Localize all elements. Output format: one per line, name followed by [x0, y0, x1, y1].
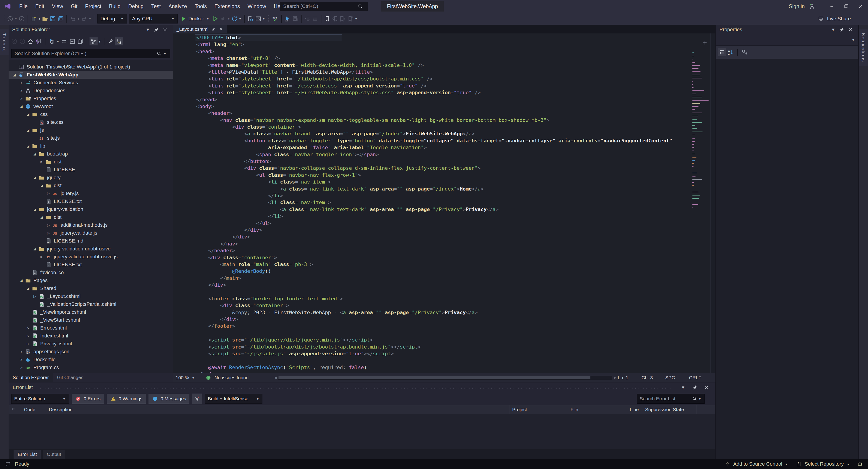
save-all-icon[interactable] [57, 14, 64, 24]
tree-item-properties[interactable]: ▷Properties [8, 94, 173, 102]
se-forward-icon[interactable] [19, 37, 26, 45]
nav-forward-icon[interactable] [18, 14, 26, 24]
se-back-icon[interactable] [10, 37, 18, 45]
tree-item-connected-services[interactable]: ▷Connected Services [8, 79, 173, 87]
horizontal-scrollbar[interactable]: ◀ ▶ [273, 376, 618, 380]
menu-project[interactable]: Project [81, 2, 105, 11]
collapsed-arrow-icon[interactable]: ▷ [45, 231, 52, 235]
expanded-arrow-icon[interactable]: ◢ [32, 176, 38, 180]
expanded-arrow-icon[interactable]: ◢ [11, 73, 18, 77]
code-line-10[interactable]: </head> [196, 96, 710, 103]
code-line-39[interactable]: <footer class="border-top footer text-mu… [196, 295, 710, 302]
solution-explorer-search-box[interactable]: Search Solution Explorer (Ctrl+;) ▾ [11, 49, 170, 58]
code-line-2[interactable]: <html lang="en"> [196, 41, 710, 48]
code-line-21[interactable]: <ul class="navbar-nav flex-grow-1"> [196, 172, 710, 179]
collapsed-arrow-icon[interactable]: ▷ [25, 342, 31, 346]
spaces-indicator[interactable]: SPC [665, 375, 689, 380]
tree-item-firstwebsite-webapp[interactable]: ◢FirstWebSite.WebApp [8, 71, 173, 79]
warnings-filter-button[interactable]: 0 Warnings [107, 394, 146, 404]
menu-edit[interactable]: Edit [31, 2, 48, 11]
bookmark-clear-icon[interactable] [346, 14, 354, 24]
live-share-button[interactable]: Live Share [817, 13, 851, 25]
tree-item-jquery-js[interactable]: ▷JSjquery.js [8, 189, 173, 197]
collapsed-arrow-icon[interactable]: ▷ [45, 223, 52, 227]
column-header-line[interactable]: Line [627, 405, 643, 414]
column-header-code[interactable]: Code [21, 405, 46, 414]
save-icon[interactable] [49, 14, 57, 24]
code-line-5[interactable]: <meta name="viewport" content="width=dev… [196, 62, 710, 69]
tree-item-bootstrap[interactable]: ◢bootstrap [8, 150, 173, 158]
code-line-4[interactable]: <meta charset="utf-8" /> [196, 55, 710, 62]
spell-check-icon[interactable]: abc [272, 14, 279, 24]
expanded-arrow-icon[interactable]: ◢ [18, 278, 24, 283]
tree-item-shared[interactable]: ◢Shared [8, 284, 173, 292]
menu-build[interactable]: Build [105, 2, 124, 11]
collapsed-arrow-icon[interactable]: ▷ [45, 191, 52, 195]
filter-icon[interactable] [192, 394, 202, 404]
expanded-arrow-icon[interactable]: ◢ [32, 247, 38, 251]
toolbar-grip[interactable] [3, 15, 5, 23]
dropdown-caret-icon[interactable]: ▾ [227, 16, 230, 21]
categorized-icon[interactable] [718, 49, 726, 56]
code-line-23[interactable]: <a class="nav-link text-dark" asp-area="… [196, 186, 710, 192]
close-icon[interactable] [846, 26, 855, 33]
tab-error-list[interactable]: Error List [13, 450, 41, 459]
zoom-selector[interactable]: 100 % ▾ [176, 375, 199, 380]
code-line-26[interactable]: <a class="nav-link text-dark" asp-area="… [196, 206, 710, 213]
menu-debug[interactable]: Debug [124, 2, 147, 11]
property-pages-icon[interactable] [741, 49, 748, 56]
expanded-arrow-icon[interactable]: ◢ [32, 152, 38, 156]
code-line-8[interactable]: <link rel="stylesheet" href="~/css/site.… [196, 83, 710, 89]
error-list-body[interactable] [8, 414, 715, 449]
error-list-search-box[interactable]: Search Error List ▾ [637, 394, 705, 404]
close-icon[interactable] [161, 26, 169, 33]
tree-item-viewstart-cshtml[interactable]: _ViewStart.cshtml [8, 316, 173, 324]
column-header-suppression-state[interactable]: Suppression State [643, 405, 697, 414]
search-options-caret-icon[interactable]: ▾ [163, 51, 167, 56]
editor-tab-layout-cshtml[interactable]: _Layout.cshtml [173, 25, 227, 33]
properties-object-dropdown[interactable]: ▾ [716, 34, 858, 46]
code-line-7[interactable]: <link rel="stylesheet" href="~/lib/boots… [196, 75, 710, 82]
add-to-source-control-button[interactable]: Add to Source Control ▴ [723, 460, 789, 468]
tree-item-favicon-ico[interactable]: favicon.ico [8, 269, 173, 276]
code-line-35[interactable]: @RenderBody() [196, 268, 710, 275]
code-line-36[interactable]: </main> [196, 275, 710, 282]
tree-item-dist[interactable]: ▷dist [8, 158, 173, 166]
dropdown-caret-icon[interactable]: ▾ [14, 16, 18, 21]
column-header-description[interactable]: Description [46, 405, 509, 414]
code-line-40[interactable]: <div class="container"> [196, 302, 710, 309]
find-in-files-icon[interactable] [247, 14, 254, 24]
toolbox-tab[interactable]: Toolbox [0, 29, 8, 55]
collapsed-arrow-icon[interactable]: ▷ [18, 350, 24, 354]
tree-item-jquery-validation-unobtrusive[interactable]: ◢jquery-validation-unobtrusive [8, 245, 173, 253]
code-line-13[interactable]: <nav class="navbar navbar-expand-sm navb… [196, 117, 710, 124]
open-folder-icon[interactable] [41, 14, 49, 24]
tree-item-site-js[interactable]: JSsite.js [8, 134, 173, 142]
properties-wrench-icon[interactable] [107, 37, 115, 45]
menu-tools[interactable]: Tools [191, 2, 211, 11]
user-account-icon[interactable] [808, 2, 815, 10]
health-indicator[interactable]: No issues found [205, 374, 271, 381]
switch-views-icon[interactable] [35, 37, 42, 45]
new-project-icon[interactable] [30, 14, 38, 24]
pin-icon[interactable] [837, 26, 846, 33]
notifications-tab[interactable]: Notifications [859, 29, 868, 66]
tree-item-jquery-validate-js[interactable]: ▷JSjquery.validate.js [8, 229, 173, 237]
tree-item-site-css[interactable]: Asite.css [8, 118, 173, 126]
code-line-48[interactable] [196, 357, 710, 364]
tree-item-dependencies[interactable]: ▷Dependencies [8, 87, 173, 94]
errors-filter-button[interactable]: 0 Errors [72, 394, 104, 404]
tree-item-dist[interactable]: ◢dist [8, 182, 173, 189]
code-line-49[interactable]: @await RenderSectionAsync("Scripts", req… [196, 364, 710, 371]
tree-item-wwwroot[interactable]: ◢wwwroot [8, 102, 173, 110]
code-line-3[interactable]: <head> [196, 48, 710, 55]
dropdown-caret-icon[interactable]: ▾ [38, 16, 41, 21]
tree-item-dist[interactable]: ◢dist [8, 213, 173, 221]
menu-extensions[interactable]: Extensions [211, 2, 244, 11]
tree-item-jquery-validation[interactable]: ◢jquery-validation [8, 205, 173, 213]
code-line-30[interactable]: </div> [196, 233, 710, 240]
tree-item-appsettings-json[interactable]: ▷{ }appsettings.json [8, 348, 173, 355]
code-line-25[interactable]: <li class="nav-item"> [196, 199, 710, 206]
pin-icon[interactable] [690, 383, 699, 391]
menu-view[interactable]: View [48, 2, 67, 11]
